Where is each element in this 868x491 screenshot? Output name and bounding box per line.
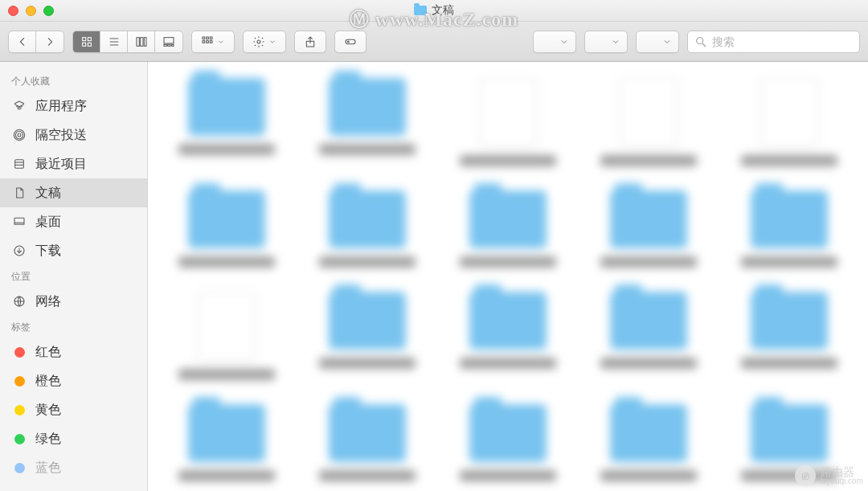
svg-rect-29 (15, 160, 24, 169)
column-view-icon (135, 35, 148, 48)
document-icon (11, 185, 27, 201)
corner-watermark-text: 路由器 (821, 466, 863, 477)
svg-rect-16 (210, 37, 212, 39)
back-button[interactable] (9, 31, 36, 52)
view-column-button[interactable] (128, 31, 155, 52)
view-icon-button[interactable] (73, 31, 100, 52)
file-item[interactable] (313, 190, 421, 268)
folder-icon (751, 404, 828, 462)
file-item[interactable] (453, 404, 562, 481)
file-label (178, 369, 275, 380)
sidebar-item-desktop[interactable]: 桌面 (0, 207, 147, 236)
view-list-button[interactable] (100, 31, 128, 52)
file-item[interactable] (453, 78, 562, 166)
file-label (319, 144, 416, 155)
file-item[interactable] (172, 78, 280, 166)
folder-icon (610, 292, 687, 350)
sidebar-item-label: 应用程序 (35, 98, 87, 115)
chevron-down-icon (559, 37, 569, 47)
sidebar-item-label: 最近项目 (35, 156, 87, 173)
folder-icon (329, 78, 406, 136)
forward-button[interactable] (36, 31, 63, 52)
svg-point-20 (257, 40, 260, 43)
corner-watermark-sub: luyouqi.com (821, 477, 863, 485)
chevron-down-icon (217, 38, 225, 46)
file-label (319, 256, 416, 268)
sidebar-item-label: 橙色 (35, 373, 61, 390)
file-label (600, 470, 697, 481)
maximize-button[interactable] (43, 6, 54, 16)
dropdown-1[interactable] (533, 31, 576, 53)
file-item[interactable] (313, 292, 421, 380)
tag-dot-icon (11, 373, 27, 389)
svg-rect-13 (171, 44, 174, 46)
sidebar-item-label: 下载 (35, 243, 61, 260)
file-item[interactable] (735, 190, 844, 268)
svg-rect-32 (14, 218, 24, 224)
sidebar-item-recents[interactable]: 最近项目 (0, 149, 147, 178)
file-item[interactable] (595, 190, 703, 268)
file-item[interactable] (313, 404, 421, 481)
file-item[interactable] (735, 78, 844, 166)
file-item[interactable] (453, 190, 562, 268)
svg-rect-3 (88, 43, 91, 46)
file-item[interactable] (735, 292, 844, 380)
folder-icon (469, 404, 547, 462)
file-label (600, 155, 697, 166)
file-item[interactable] (453, 292, 562, 380)
sidebar-tag-blue[interactable]: 蓝色 (0, 453, 147, 482)
window-title-text: 文稿 (432, 3, 454, 18)
file-item[interactable] (595, 404, 703, 481)
svg-rect-18 (207, 40, 209, 43)
file-label (460, 470, 556, 481)
desktop-icon (11, 214, 27, 230)
folder-icon (751, 292, 828, 350)
tags-button[interactable] (334, 31, 366, 53)
svg-rect-10 (164, 37, 174, 43)
svg-point-27 (15, 131, 23, 138)
file-item[interactable] (595, 292, 703, 380)
svg-rect-7 (137, 37, 139, 46)
sidebar: 个人收藏 应用程序 隔空投送 最近项目 文稿 (0, 62, 148, 491)
dropdown-3[interactable] (636, 31, 679, 53)
file-item[interactable] (172, 190, 280, 268)
svg-rect-12 (168, 44, 170, 46)
close-button[interactable] (8, 6, 18, 16)
sidebar-item-airdrop[interactable]: 隔空投送 (0, 121, 147, 149)
svg-point-26 (18, 133, 21, 137)
share-button[interactable] (294, 31, 326, 53)
action-menu-button[interactable] (243, 31, 286, 53)
sidebar-item-applications[interactable]: 应用程序 (0, 92, 147, 121)
file-item[interactable] (172, 292, 280, 380)
dropdown-2[interactable] (584, 31, 628, 53)
chevron-down-icon (268, 38, 276, 46)
sidebar-item-network[interactable]: 网络 (0, 287, 147, 316)
file-label (600, 358, 697, 369)
sidebar-tag-green[interactable]: 绿色 (0, 424, 147, 453)
window-titlebar: 文稿 Ⓜ www.MacZ.com (0, 0, 868, 22)
folder-icon (610, 190, 687, 248)
sidebar-item-label: 蓝色 (35, 460, 61, 477)
svg-point-24 (697, 37, 703, 43)
svg-rect-9 (144, 37, 146, 46)
file-label (319, 470, 416, 481)
view-gallery-button[interactable] (155, 31, 182, 52)
applications-icon (11, 98, 27, 114)
file-label (319, 358, 416, 369)
sidebar-tag-orange[interactable]: 橙色 (0, 366, 147, 395)
search-input[interactable] (712, 35, 853, 48)
search-field[interactable] (687, 31, 860, 53)
list-view-icon (108, 35, 121, 48)
chevron-down-icon (662, 37, 672, 47)
file-grid-area[interactable]: ⎚ 路由器 luyouqi.com (148, 62, 868, 491)
sidebar-tag-yellow[interactable]: 黄色 (0, 395, 147, 424)
sidebar-tag-red[interactable]: 红色 (0, 338, 147, 366)
file-item[interactable] (172, 404, 280, 481)
gallery-view-icon (162, 35, 175, 48)
sidebar-item-documents[interactable]: 文稿 (0, 178, 147, 207)
minimize-button[interactable] (26, 6, 36, 16)
sidebar-item-downloads[interactable]: 下载 (0, 236, 147, 265)
file-item[interactable] (313, 78, 421, 166)
group-by-button[interactable] (191, 31, 235, 53)
file-item[interactable] (595, 78, 703, 166)
